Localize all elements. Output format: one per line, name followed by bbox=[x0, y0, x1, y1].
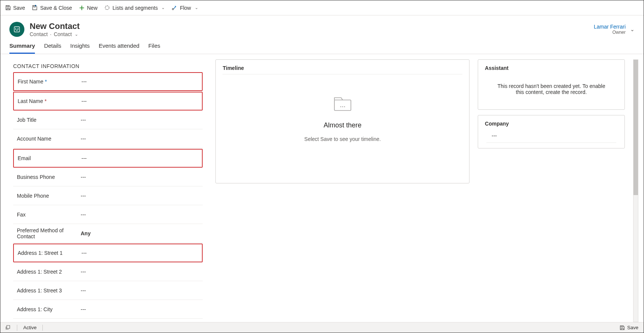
field-label: Address 1: City bbox=[17, 306, 81, 312]
field-value[interactable]: --- bbox=[81, 117, 199, 123]
field-value[interactable]: --- bbox=[81, 306, 199, 312]
field-value[interactable]: --- bbox=[81, 269, 199, 275]
field-value[interactable]: Any bbox=[81, 230, 199, 236]
field-label-text: Address 1: Street 1 bbox=[18, 250, 63, 256]
tab-events-attended[interactable]: Events attended bbox=[99, 42, 139, 54]
svg-point-0 bbox=[105, 6, 109, 9]
form-row: Business Phone--- bbox=[13, 168, 203, 186]
svg-point-1 bbox=[172, 8, 174, 10]
field-label-text: Address 1: Street 3 bbox=[17, 288, 62, 294]
field-label: Job Title bbox=[17, 117, 81, 123]
page-title: New Contact bbox=[30, 21, 80, 31]
field-label: Last Name* bbox=[18, 98, 81, 104]
company-card: Company --- bbox=[478, 115, 625, 148]
right-panel: Assistant This record hasn't been create… bbox=[478, 59, 625, 322]
form-name: Contact bbox=[54, 31, 72, 37]
form-row: Job Title--- bbox=[13, 110, 203, 129]
lists-icon bbox=[104, 5, 110, 11]
flow-button[interactable]: Flow ⌄ bbox=[172, 5, 198, 11]
chevron-down-icon: ⌄ bbox=[161, 5, 165, 10]
form-row: Preferred Method of ContactAny bbox=[13, 224, 203, 243]
field-value[interactable]: --- bbox=[81, 155, 198, 161]
tab-insights[interactable]: Insights bbox=[70, 42, 90, 54]
form-row: Fax--- bbox=[13, 205, 203, 224]
popout-icon[interactable] bbox=[6, 324, 11, 331]
form-row: Address 1: Street 3--- bbox=[13, 281, 203, 300]
form-selector[interactable]: Contact ⌄ bbox=[54, 31, 78, 37]
tab-summary[interactable]: Summary bbox=[9, 42, 35, 54]
lists-label: Lists and segments bbox=[113, 5, 158, 11]
form-row: Email--- bbox=[13, 149, 203, 168]
tab-files[interactable]: Files bbox=[148, 42, 160, 54]
field-label: Address 1: Street 1 bbox=[18, 250, 81, 256]
vertical-scrollbar[interactable] bbox=[633, 59, 638, 322]
form-row: Mobile Phone--- bbox=[13, 186, 203, 205]
form-row: Address 1: Street 1--- bbox=[13, 244, 203, 262]
assistant-card: Assistant This record hasn't been create… bbox=[478, 59, 625, 110]
field-label-text: First Name bbox=[18, 79, 43, 85]
field-value[interactable]: --- bbox=[81, 288, 199, 294]
footer-save-button[interactable]: Save bbox=[620, 325, 638, 330]
new-label: New bbox=[87, 5, 98, 11]
plus-icon bbox=[79, 5, 85, 11]
form-tabs: Summary Details Insights Events attended… bbox=[0, 37, 644, 54]
owner-role-label: Owner bbox=[594, 30, 626, 35]
flow-label: Flow bbox=[180, 5, 191, 11]
svg-point-5 bbox=[342, 106, 343, 107]
required-marker: * bbox=[45, 98, 47, 104]
new-button[interactable]: New bbox=[79, 5, 98, 11]
chevron-down-icon: ⌄ bbox=[75, 32, 78, 37]
scrollbar-thumb[interactable] bbox=[633, 60, 638, 195]
expand-header-button[interactable]: ⌄ bbox=[630, 26, 635, 32]
field-label-text: Email bbox=[18, 155, 31, 161]
status-bar: Active Save bbox=[0, 322, 644, 333]
field-label-text: Last Name bbox=[18, 98, 43, 104]
save-icon bbox=[5, 5, 11, 11]
entity-label: Contact bbox=[30, 31, 48, 37]
tab-details[interactable]: Details bbox=[44, 42, 61, 54]
timeline-card: Timeline Almost there Select Save to see… bbox=[215, 59, 469, 183]
form-row: First Name*--- bbox=[13, 72, 203, 91]
field-value[interactable]: --- bbox=[81, 136, 199, 142]
lists-segments-button[interactable]: Lists and segments ⌄ bbox=[104, 5, 165, 11]
field-label: Business Phone bbox=[17, 174, 81, 180]
field-label-text: Account Name bbox=[17, 136, 51, 142]
divider bbox=[42, 325, 43, 331]
company-value[interactable]: --- bbox=[486, 130, 616, 143]
timeline-column: Timeline Almost there Select Save to see… bbox=[215, 59, 469, 322]
status-text: Active bbox=[23, 325, 36, 330]
owner-link[interactable]: Lamar Ferrari bbox=[594, 24, 626, 30]
section-heading: CONTACT INFORMATION bbox=[9, 59, 207, 72]
field-label-text: Address 1: City bbox=[17, 306, 53, 312]
field-label: First Name* bbox=[18, 79, 81, 85]
form-row: Address 1: Street 2--- bbox=[13, 262, 203, 281]
timeline-title: Timeline bbox=[223, 65, 462, 74]
field-value[interactable]: --- bbox=[81, 193, 199, 199]
folder-icon bbox=[332, 95, 353, 113]
timeline-heading: Almost there bbox=[324, 121, 361, 129]
save-button[interactable]: Save bbox=[5, 5, 25, 11]
field-value[interactable]: --- bbox=[81, 79, 198, 85]
field-label: Address 1: Street 3 bbox=[17, 288, 81, 294]
chevron-down-icon: ⌄ bbox=[195, 5, 198, 10]
company-title: Company bbox=[485, 121, 618, 130]
flow-icon bbox=[172, 5, 178, 11]
field-value[interactable]: --- bbox=[81, 98, 198, 104]
svg-point-4 bbox=[340, 106, 341, 107]
svg-rect-2 bbox=[14, 27, 20, 32]
save-close-button[interactable]: Save & Close bbox=[32, 5, 72, 11]
field-label-text: Mobile Phone bbox=[17, 193, 49, 199]
field-value[interactable]: --- bbox=[81, 174, 199, 180]
main-content: CONTACT INFORMATION First Name*---Last N… bbox=[0, 54, 644, 322]
field-label-text: Job Title bbox=[17, 117, 36, 123]
contact-info-panel: CONTACT INFORMATION First Name*---Last N… bbox=[9, 59, 207, 322]
field-label-text: Preferred Method of Contact bbox=[17, 227, 81, 239]
field-value[interactable]: --- bbox=[81, 250, 198, 256]
footer-save-label: Save bbox=[627, 325, 638, 330]
assistant-message: This record hasn't been created yet. To … bbox=[485, 74, 618, 104]
field-value[interactable]: --- bbox=[81, 212, 199, 218]
field-label: Fax bbox=[17, 212, 81, 218]
save-close-label: Save & Close bbox=[40, 5, 72, 11]
save-close-icon bbox=[32, 5, 38, 11]
field-label: Preferred Method of Contact bbox=[17, 227, 81, 239]
